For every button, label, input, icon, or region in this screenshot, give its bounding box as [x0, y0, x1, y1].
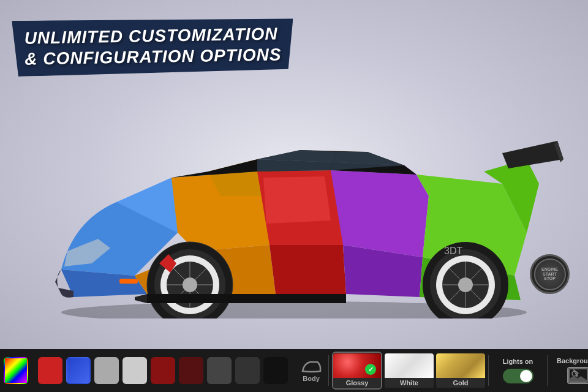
- title-banner: UNLIMITED CUSTOMIZATION & CONFIGURATION …: [12, 18, 293, 74]
- title-text: UNLIMITED CUSTOMIZATION & CONFIGURATION …: [24, 23, 281, 69]
- backgrounds-svg-icon: [568, 368, 588, 383]
- backgrounds-icon: [567, 367, 588, 384]
- color-swatches: [32, 357, 294, 384]
- car-area: 3DT: [24, 74, 564, 331]
- white-swatch: [385, 353, 434, 378]
- glossy-label: Glossy: [333, 378, 381, 388]
- color-swatch-dark-red[interactable]: [151, 357, 175, 384]
- car-svg: 3DT: [24, 74, 564, 318]
- color-swatch-red[interactable]: [38, 357, 62, 384]
- finish-glossy[interactable]: ✓ Glossy: [332, 352, 382, 390]
- white-label: White: [385, 378, 434, 388]
- color-swatch-blue[interactable]: [66, 357, 91, 384]
- body-icon: [300, 359, 322, 375]
- svg-point-19: [458, 277, 473, 292]
- color-swatch-black[interactable]: [263, 357, 288, 384]
- finish-options: ✓ Glossy White Gold: [329, 352, 488, 390]
- color-palette-swatch[interactable]: [4, 357, 28, 384]
- color-swatch-silver[interactable]: [94, 357, 119, 384]
- body-label: Body: [303, 375, 320, 382]
- svg-point-9: [183, 277, 197, 292]
- main-display: UNLIMITED CUSTOMIZATION & CONFIGURATION …: [0, 0, 588, 349]
- title-brush: UNLIMITED CUSTOMIZATION & CONFIGURATION …: [12, 16, 294, 77]
- engine-btn-label: ENGINESTARTSTOP: [541, 267, 558, 281]
- svg-text:3DT: 3DT: [444, 246, 462, 256]
- title-line2: & CONFIGURATION OPTIONS: [24, 45, 282, 68]
- engine-start-button[interactable]: ENGINESTARTSTOP: [530, 254, 570, 294]
- gold-label: Gold: [436, 378, 485, 388]
- backgrounds-section[interactable]: Backgrounds: [548, 354, 588, 387]
- color-swatch-light-silver[interactable]: [123, 357, 147, 384]
- svg-rect-20: [119, 279, 138, 284]
- lights-section[interactable]: Lights on: [489, 355, 547, 386]
- engine-btn-inner: ENGINESTARTSTOP: [534, 258, 566, 290]
- lights-toggle-knob: [520, 370, 532, 382]
- toolbar: Body ✓ Glossy White Gold Lights on Back: [0, 349, 588, 392]
- finish-gold[interactable]: Gold: [436, 352, 485, 390]
- color-swatch-dark-gray[interactable]: [235, 357, 260, 384]
- title-line1: UNLIMITED CUSTOMIZATION: [24, 24, 277, 47]
- lights-toggle[interactable]: [503, 369, 533, 383]
- palette-button[interactable]: [0, 357, 32, 384]
- finish-white[interactable]: White: [385, 352, 434, 390]
- glossy-checkmark: ✓: [365, 364, 376, 375]
- body-button[interactable]: Body: [294, 356, 328, 385]
- gold-swatch: [436, 353, 485, 378]
- color-swatch-charcoal[interactable]: [207, 357, 232, 384]
- lights-label: Lights on: [503, 358, 533, 365]
- backgrounds-label: Backgrounds: [557, 357, 588, 364]
- color-swatch-maroon[interactable]: [179, 357, 203, 384]
